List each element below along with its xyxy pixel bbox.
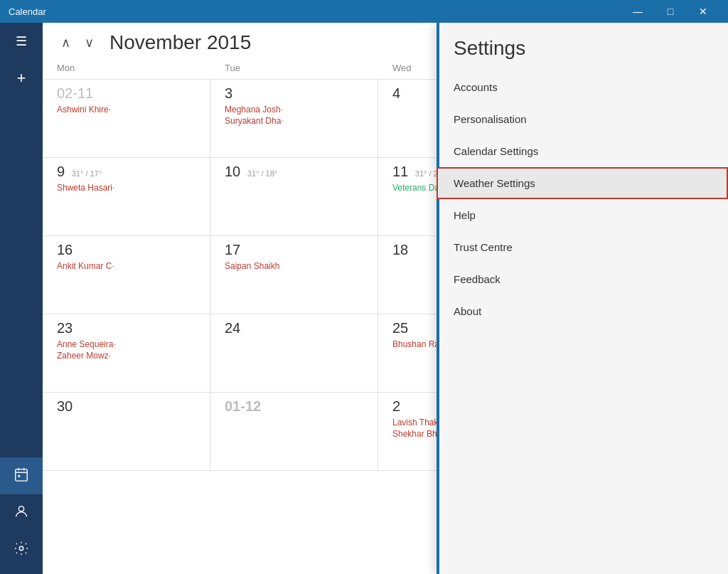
day-cell[interactable]: 16 Ankit Kumar C· <box>43 236 210 314</box>
settings-item-help[interactable]: Help <box>437 199 728 231</box>
day-temp: 31° / 17° <box>72 169 102 178</box>
hamburger-icon: ☰ <box>16 33 27 49</box>
settings-button[interactable] <box>0 531 43 568</box>
svg-rect-0 <box>16 469 28 481</box>
people-button[interactable] <box>0 494 43 531</box>
settings-panel: Settings Accounts Personalisation Calend… <box>437 23 728 574</box>
settings-item-about[interactable]: About <box>437 295 728 327</box>
settings-item-weather-settings[interactable]: Weather Settings <box>437 167 728 199</box>
settings-item-personalisation[interactable]: Personalisation <box>437 103 728 135</box>
app-body: ☰ + <box>0 23 728 574</box>
menu-button[interactable]: ☰ <box>0 23 43 60</box>
svg-point-6 <box>19 546 23 551</box>
month-title: November 2015 <box>109 31 251 54</box>
prev-month-button[interactable]: ∧ <box>57 32 75 53</box>
day-number: 01-12 <box>225 398 363 415</box>
app-title: Calendar <box>9 6 621 17</box>
event: Saipan Shaikh <box>225 261 363 271</box>
event: Ankit Kumar C· <box>57 261 196 271</box>
calendar-area: ∧ ∨ November 2015 Mon Tue Wed Thu 02-11 … <box>43 23 728 574</box>
settings-item-feedback[interactable]: Feedback <box>437 263 728 295</box>
day-number: 16 <box>57 242 196 258</box>
calendar-icon <box>14 467 29 486</box>
day-cell[interactable]: 9 31° / 17° Shweta Hasari· <box>43 158 210 235</box>
event: Shweta Hasari· <box>57 183 196 193</box>
day-cell[interactable]: 01-12 <box>210 393 378 470</box>
settings-item-trust-centre[interactable]: Trust Centre <box>437 231 728 263</box>
settings-item-calendar-settings[interactable]: Calendar Settings <box>437 135 728 167</box>
minimize-button[interactable]: — <box>621 0 654 23</box>
day-number: 10 31° / 18° <box>225 164 363 180</box>
day-number: 02-11 <box>57 85 196 102</box>
event: Ashwini Khire· <box>57 105 196 115</box>
sidebar: ☰ + <box>0 23 43 574</box>
settings-item-accounts[interactable]: Accounts <box>437 71 728 103</box>
sidebar-bottom <box>0 457 43 574</box>
face-icon <box>14 504 29 523</box>
day-number: 30 <box>57 398 196 415</box>
event: Suryakant Dha· <box>225 116 363 126</box>
gear-icon <box>14 541 29 560</box>
day-cell[interactable]: 3 Meghana Josh· Suryakant Dha· <box>210 80 378 157</box>
next-month-button[interactable]: ∨ <box>80 32 98 53</box>
title-bar: Calendar — □ ✕ <box>0 0 728 23</box>
day-cell[interactable]: 24 <box>210 314 378 392</box>
plus-icon: + <box>17 69 26 87</box>
day-cell[interactable]: 17 Saipan Shaikh <box>210 236 378 314</box>
day-header-tue: Tue <box>210 60 378 76</box>
add-button[interactable]: + <box>0 60 43 97</box>
settings-title: Settings <box>437 23 728 71</box>
event: Zaheer Mowz· <box>57 351 196 361</box>
event: Meghana Josh· <box>225 105 363 115</box>
day-number: 24 <box>225 320 363 336</box>
window-controls: — □ ✕ <box>621 0 719 23</box>
maximize-button[interactable]: □ <box>654 0 687 23</box>
day-temp: 31° / 18° <box>247 169 277 178</box>
day-cell[interactable]: 02-11 Ashwini Khire· <box>43 80 210 157</box>
calendar-nav-button[interactable] <box>0 457 43 494</box>
day-number: 9 31° / 17° <box>57 164 196 180</box>
svg-point-5 <box>18 506 23 511</box>
event: Anne Sequeira· <box>57 339 196 349</box>
day-cell[interactable]: 10 31° / 18° <box>210 158 378 235</box>
day-number: 3 <box>225 85 363 102</box>
day-number: 17 <box>225 242 363 258</box>
day-cell[interactable]: 23 Anne Sequeira· Zaheer Mowz· <box>43 314 210 392</box>
day-header-mon: Mon <box>43 60 210 76</box>
day-cell[interactable]: 30 <box>43 393 210 470</box>
day-number: 23 <box>57 320 196 336</box>
close-button[interactable]: ✕ <box>687 0 719 23</box>
svg-rect-4 <box>18 474 20 477</box>
